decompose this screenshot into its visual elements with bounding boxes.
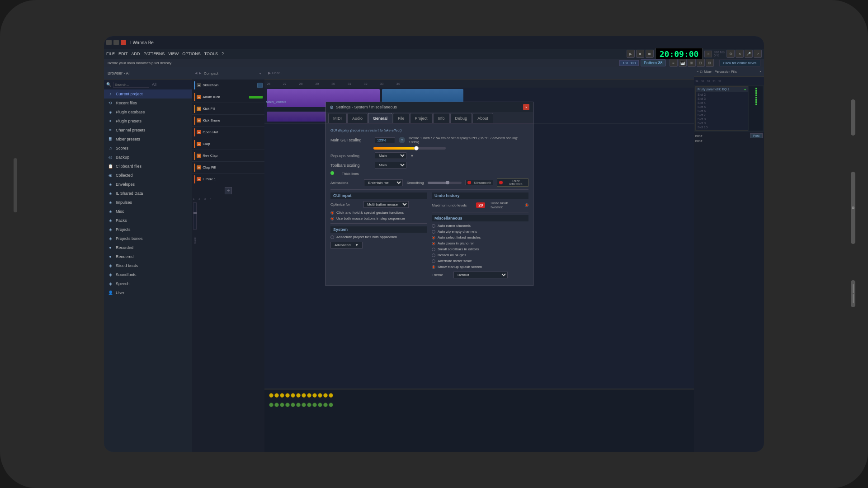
sidebar-item-clipboard[interactable]: 📋 Clipboard files [104,162,192,171]
seq-dot-1-6[interactable] [296,393,301,398]
slot-8[interactable]: Slot 8 [697,117,747,121]
sidebar-item-backup[interactable]: ◎ Backup [104,153,192,162]
theme-dropdown[interactable]: Default [453,272,508,278]
tab-general[interactable]: General [368,113,392,123]
volume-button[interactable] [14,158,17,212]
seq-dot-1-9[interactable] [312,393,317,398]
mixer-maximize-btn[interactable]: □ [700,70,702,73]
sidebar-item-recorded[interactable]: ● Recorded [104,243,192,252]
mixer-icon[interactable]: ≡ [670,59,678,67]
window-maximize-btn[interactable] [113,40,119,45]
seq-dot-2-10[interactable] [318,403,322,407]
menu-view[interactable]: VIEW [168,52,179,56]
seq-dot-1-8[interactable] [307,393,311,398]
sidebar-item-soundfonts[interactable]: ◈ Soundfonts [104,270,192,279]
rev-clap-toggle[interactable]: ● [197,154,201,158]
seq-dot-2-1[interactable] [269,403,274,407]
advanced-btn[interactable]: Advanced... ▼ [330,242,363,249]
question-icon[interactable]: ? [754,50,762,58]
tab-file[interactable]: File [393,113,410,123]
sidebar-item-mixer-presets[interactable]: ≣ Mixer presets [104,135,192,144]
add-channel-btn[interactable]: + [225,187,232,194]
slot-6[interactable]: Slot 6 [697,109,747,113]
power-button[interactable] [851,99,855,136]
sidebar-search-input[interactable] [113,82,149,88]
settings-icon[interactable]: ⚙ [726,50,735,58]
seq-dot-1-1[interactable] [269,393,274,398]
alt-meter-radio[interactable] [432,259,435,263]
seq-dot-2-7[interactable] [302,403,306,407]
sidebar-item-collected[interactable]: ◉ Collected [104,171,192,180]
seq-dot-2-3[interactable] [280,403,284,407]
seq-dot-2-12[interactable] [329,403,333,407]
associate-files-radio[interactable] [330,235,334,239]
menu-help[interactable]: ? [222,52,224,56]
piano-icon[interactable]: 🎹 [679,59,687,67]
smoothing-slider[interactable] [428,182,462,184]
mixer-minimize-btn[interactable]: − [697,70,698,73]
sidebar-item-rendered[interactable]: ● Rendered [104,252,192,261]
sidebar-item-current-project[interactable]: ♪ Current project [104,89,192,99]
browser-icon[interactable]: ⊟ [697,59,705,67]
gui-scaling-help-btn[interactable]: ? [399,137,405,143]
sidebar-item-user[interactable]: 👤 User [104,288,192,297]
window-minimize-btn[interactable] [106,40,112,45]
scaling-slider-bar[interactable] [373,147,446,150]
sidebar-item-speech[interactable]: ◈ Speech [104,279,192,288]
clap-fill-toggle[interactable]: ● [197,165,201,169]
plugin-icon[interactable]: ⊠ [706,59,714,67]
auto-zip-radio[interactable] [432,230,435,234]
tab-project[interactable]: Project [410,113,433,123]
seq-dot-1-5[interactable] [291,393,295,398]
seq-dot-2-2[interactable] [274,403,279,407]
auto-zoom-radio[interactable] [432,242,435,245]
sidebar-item-packs[interactable]: ◈ Packs [104,216,192,225]
slot-5[interactable]: Slot 5 [697,105,747,109]
mixer-close-btn[interactable]: × [760,70,761,73]
menu-edit[interactable]: EDIT [118,52,128,56]
popups-scaling-dropdown[interactable]: Main [375,152,406,159]
undo-knob-radio[interactable] [525,203,528,207]
smoothing-thumb[interactable] [446,181,449,184]
seq-dot-1-4[interactable] [285,393,290,398]
sidebar-item-misc[interactable]: ◈ Misc [104,207,192,216]
sidebar-item-projects[interactable]: ◈ Projects [104,225,192,234]
sidebar-item-sliced-beats[interactable]: ◈ Sliced beats [104,261,192,270]
sidebar-item-plugin-database[interactable]: ◈ Plugin database [104,108,192,117]
step-icon[interactable]: ⊞ [688,59,696,67]
slot-7[interactable]: Slot 7 [697,113,747,117]
ch-arrow-right[interactable]: ▶ [199,71,201,75]
seq-dot-2-9[interactable] [312,403,317,407]
sidebar-item-plugin-presets[interactable]: ✦ Plugin presets [104,117,192,126]
popups-dropdown-arrow[interactable]: ▼ [410,154,414,158]
menu-patterns[interactable]: PATTERNS [144,52,165,56]
pattern-btn[interactable]: Pattern 38 [641,59,666,66]
seq-dot-2-8[interactable] [307,403,311,407]
seq-dot-1-12[interactable] [329,393,333,398]
tb-icon-2[interactable]: ⏹ [636,50,644,58]
sidebar-item-scores[interactable]: ♫ Scores [104,144,192,153]
tab-audio[interactable]: Audio [347,113,368,123]
open-hat-toggle[interactable]: ● [197,130,201,134]
seq-dot-1-11[interactable] [323,393,328,398]
scaling-thumb[interactable] [414,146,419,150]
small-scrollbars-radio[interactable] [432,248,435,251]
main-gui-scaling-input[interactable] [375,137,395,143]
pause-button[interactable] [851,280,855,307]
auto-name-radio[interactable] [432,224,435,228]
animations-dropdown[interactable]: Entertain me [364,179,403,186]
tab-about[interactable]: About [472,113,493,123]
sidebar-item-impulses[interactable]: ◈ Impulses [104,198,192,207]
bpm-display[interactable]: 131.000 [619,60,639,66]
slot-10[interactable]: Slot 10 [697,125,747,129]
seq-dot-2-5[interactable] [291,403,295,407]
mic-icon[interactable]: 🎤 [745,50,753,58]
kick-fill-toggle[interactable]: ● [197,107,201,111]
menu-tools[interactable]: TOOLS [204,52,218,56]
adam-kick-toggle[interactable]: ● [197,95,201,99]
tb-icon-1[interactable]: ▶ [627,50,635,58]
auto-select-radio[interactable] [432,236,435,239]
sidebar-item-il-shared[interactable]: ◈ IL Shared Data [104,189,192,198]
menu-add[interactable]: ADD [132,52,140,56]
sidebar-item-envelopes[interactable]: ◈ Envelopes [104,180,192,189]
